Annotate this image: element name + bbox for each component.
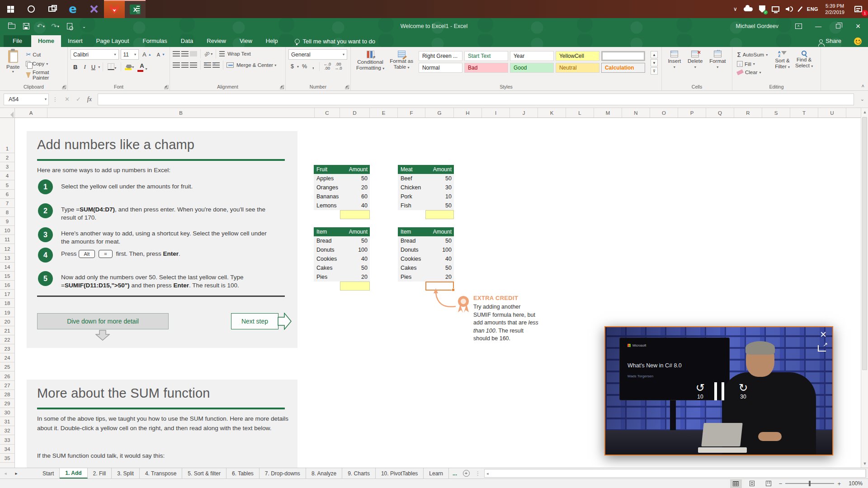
amount-cell[interactable]: 50 bbox=[425, 263, 454, 272]
sheet-tab-1-add[interactable]: 1. Add bbox=[60, 468, 87, 479]
align-left-icon[interactable] bbox=[173, 62, 180, 68]
gallery-down-button[interactable]: ▼ bbox=[651, 59, 658, 66]
sheet-tab-start[interactable]: Start bbox=[37, 468, 60, 479]
row-header-7[interactable]: 7 bbox=[0, 199, 14, 208]
row-header-2[interactable]: 2 bbox=[0, 153, 14, 162]
item-cell[interactable]: Pies bbox=[314, 272, 340, 282]
format-painter-button[interactable]: Format Painter bbox=[24, 69, 65, 81]
ribbon-tab-file[interactable]: File bbox=[4, 35, 31, 47]
item-cell[interactable]: Cakes bbox=[314, 263, 340, 272]
comma-style-button[interactable]: , bbox=[310, 63, 316, 70]
paste-button[interactable]: Paste ▾ bbox=[3, 49, 23, 83]
middle-align-icon[interactable] bbox=[181, 51, 189, 56]
row-header-35[interactable]: 35 bbox=[0, 454, 14, 463]
font-dialog-launcher[interactable] bbox=[164, 85, 168, 89]
column-header-I[interactable]: I bbox=[482, 108, 510, 118]
sheet-tab-7-drop-downs[interactable]: 7. Drop-downs bbox=[259, 468, 306, 479]
expand-formula-bar-button[interactable]: ⌄ bbox=[857, 96, 868, 102]
row-header-5[interactable]: 5 bbox=[0, 180, 14, 189]
item-cell[interactable]: Pies bbox=[398, 272, 425, 282]
row-header-25[interactable]: 25 bbox=[0, 362, 14, 371]
item-cell[interactable]: Oranges bbox=[314, 183, 340, 192]
item-cell[interactable]: Donuts bbox=[398, 245, 425, 254]
cell-style-blank[interactable] bbox=[601, 51, 645, 61]
amount-cell[interactable]: 10 bbox=[425, 192, 454, 201]
cell-style-right-green-[interactable]: Right Green ... bbox=[419, 51, 462, 61]
sheet-tab-4-transpose[interactable]: 4. Transpose bbox=[140, 468, 182, 479]
align-center-icon[interactable] bbox=[181, 62, 189, 68]
column-header-G[interactable]: G bbox=[425, 108, 454, 118]
row-header-21[interactable]: 21 bbox=[0, 326, 14, 335]
row-header-29[interactable]: 29 bbox=[0, 399, 14, 408]
underline-button[interactable]: U bbox=[90, 63, 97, 71]
sheet-tab-8-analyze[interactable]: 8. Analyze bbox=[306, 468, 342, 479]
cell-style-yellowcell[interactable]: YellowCell bbox=[556, 51, 599, 61]
column-header-D[interactable]: D bbox=[340, 108, 370, 118]
cell-style-start-text[interactable]: Start Text bbox=[464, 51, 508, 61]
row-header-6[interactable]: 6 bbox=[0, 190, 14, 199]
row-header-18[interactable]: 18 bbox=[0, 299, 14, 308]
more-sheets-indicator[interactable]: ... bbox=[449, 468, 461, 479]
font-size-select[interactable]: 11▾ bbox=[121, 49, 139, 60]
edge-button[interactable]: e bbox=[62, 0, 83, 18]
format-cells-button[interactable]: Format▾ bbox=[707, 49, 728, 83]
ribbon-tab-home[interactable]: Home bbox=[31, 35, 61, 47]
select-all-corner[interactable] bbox=[0, 108, 15, 118]
customize-qat-button[interactable]: ⌄ bbox=[78, 20, 90, 32]
amount-cell[interactable]: 100 bbox=[340, 245, 370, 254]
item-cell[interactable]: Bread bbox=[398, 236, 425, 245]
visual-studio-button[interactable] bbox=[83, 0, 104, 18]
task-view-button[interactable] bbox=[42, 0, 62, 18]
wrap-text-button[interactable]: Wrap Text bbox=[227, 51, 250, 56]
row-header-20[interactable]: 20 bbox=[0, 317, 14, 326]
amount-cell[interactable]: 50 bbox=[425, 236, 454, 245]
amount-cell[interactable]: 40 bbox=[425, 254, 454, 263]
zoom-slider-thumb[interactable] bbox=[809, 481, 811, 486]
conditional-formatting-button[interactable]: Conditional Formatting ▾ bbox=[354, 49, 387, 83]
volume-tray[interactable] bbox=[783, 0, 796, 18]
shrink-font-button[interactable]: A▼ bbox=[155, 49, 167, 60]
scroll-up-arrow[interactable]: ▲ bbox=[861, 108, 868, 116]
column-header-S[interactable]: S bbox=[762, 108, 790, 118]
zoom-in-button[interactable]: + bbox=[837, 480, 841, 487]
find-select-button[interactable]: Find & Select ▾ bbox=[793, 49, 816, 83]
decrease-indent-icon[interactable] bbox=[204, 62, 211, 68]
tell-me-box[interactable]: Tell me what you want to do bbox=[295, 38, 375, 47]
row-header-10[interactable]: 10 bbox=[0, 226, 14, 235]
vertical-scroll-thumb[interactable] bbox=[862, 117, 867, 370]
skip-forward-button[interactable]: ↻ 30 bbox=[736, 383, 751, 399]
zoom-out-button[interactable]: − bbox=[779, 480, 783, 487]
amount-cell[interactable]: 30 bbox=[425, 183, 454, 192]
zoom-percentage[interactable]: 100% bbox=[845, 480, 863, 487]
grow-font-button[interactable]: A▲ bbox=[141, 49, 153, 60]
row-header-23[interactable]: 23 bbox=[0, 344, 14, 353]
column-header-Q[interactable]: Q bbox=[706, 108, 734, 118]
column-header-R[interactable]: R bbox=[734, 108, 762, 118]
row-header-26[interactable]: 26 bbox=[0, 371, 14, 380]
row-header-14[interactable]: 14 bbox=[0, 263, 14, 272]
clear-button[interactable]: Clear▾ bbox=[735, 69, 769, 76]
accounting-format-button[interactable]: $ bbox=[288, 63, 296, 70]
pause-button[interactable] bbox=[714, 382, 724, 400]
amount-cell[interactable]: 40 bbox=[340, 201, 370, 210]
tab-splitter-grip[interactable]: ⋮ bbox=[472, 468, 484, 479]
item-cell[interactable]: Chicken bbox=[398, 183, 425, 192]
amount-cell[interactable]: 20 bbox=[340, 272, 370, 282]
save-button[interactable] bbox=[20, 20, 33, 32]
item-cell[interactable]: Donuts bbox=[314, 245, 340, 254]
column-header-M[interactable]: M bbox=[594, 108, 622, 118]
row-header-19[interactable]: 19 bbox=[0, 308, 14, 317]
ribbon-tab-insert[interactable]: Insert bbox=[61, 35, 90, 47]
scroll-left-arrow[interactable]: ◂ bbox=[485, 471, 491, 476]
percent-style-button[interactable]: % bbox=[300, 63, 309, 70]
column-header-H[interactable]: H bbox=[454, 108, 482, 118]
item-cell[interactable]: Pork bbox=[398, 192, 425, 201]
item-cell[interactable]: Bananas bbox=[314, 192, 340, 201]
font-color-button[interactable]: A▾ bbox=[137, 61, 149, 72]
item-cell[interactable]: Lemons bbox=[314, 201, 340, 210]
column-header-C[interactable]: C bbox=[315, 108, 340, 118]
restore-button[interactable] bbox=[828, 18, 848, 34]
undo-button[interactable]: ↶▾ bbox=[34, 20, 47, 32]
sheet-tab-6-tables[interactable]: 6. Tables bbox=[226, 468, 259, 479]
amount-cell[interactable]: 50 bbox=[425, 201, 454, 210]
